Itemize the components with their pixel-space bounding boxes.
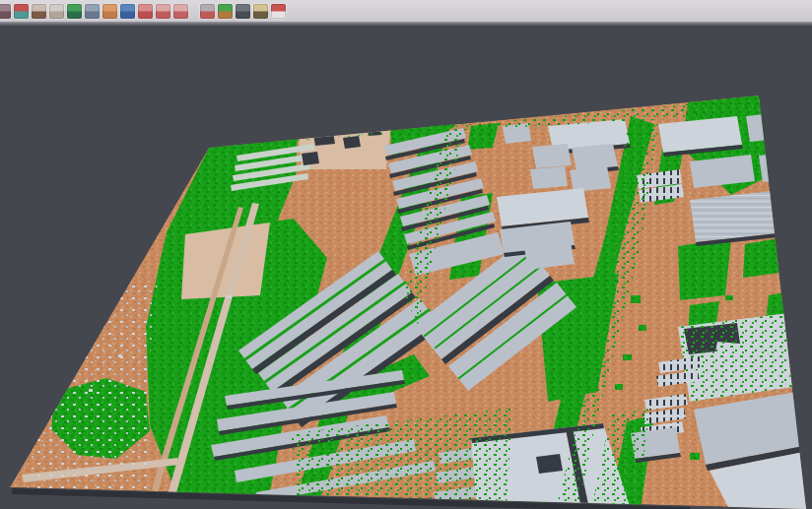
building-facade-icon[interactable]: [85, 4, 100, 19]
target-circle-icon[interactable]: [156, 4, 170, 19]
measure-ruler-icon[interactable]: [271, 4, 286, 19]
application-window: [0, 0, 812, 509]
vegetation-hill-icon[interactable]: [67, 4, 82, 19]
toolbar-group-separator: [191, 4, 197, 19]
attribute-table-icon[interactable]: [138, 4, 153, 19]
align-views-icon[interactable]: [14, 4, 29, 19]
sparse-points-icon[interactable]: [49, 4, 64, 19]
terrain-mountain-icon[interactable]: [32, 4, 46, 19]
clip-box-icon[interactable]: [253, 4, 268, 19]
image-open-icon[interactable]: [0, 4, 11, 19]
dark-sphere-icon[interactable]: [236, 4, 250, 19]
3d-viewport[interactable]: [0, 26, 812, 509]
terrain-scene: [0, 26, 812, 509]
crop-brackets-icon[interactable]: [173, 4, 188, 19]
orthophoto-icon[interactable]: [102, 4, 117, 19]
main-toolbar: [0, 0, 812, 22]
globe-icon[interactable]: [120, 4, 135, 19]
checker-filter-icon[interactable]: [200, 4, 215, 19]
classification-map-icon[interactable]: [218, 4, 233, 19]
